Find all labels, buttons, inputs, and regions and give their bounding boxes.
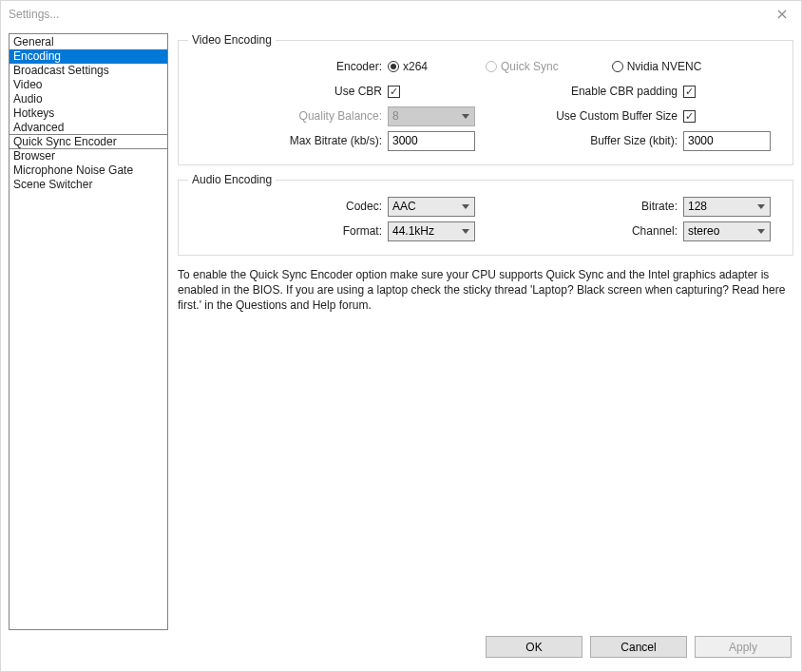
sidebar-item-scene-switcher[interactable]: Scene Switcher [10, 178, 167, 192]
max-bitrate-input[interactable] [388, 131, 475, 151]
sidebar-item-audio[interactable]: Audio [10, 92, 167, 106]
encoder-radio-nvenc[interactable]: Nvidia NVENC [612, 60, 702, 73]
content-area: GeneralEncodingBroadcast SettingsVideoAu… [1, 28, 801, 630]
info-text: To enable the Quick Sync Encoder option … [178, 267, 793, 314]
audio-encoding-group: Audio Encoding Codec: Bitrate: F [178, 173, 793, 256]
radio-icon [388, 61, 399, 72]
encoder-row: Encoder: x264 Quick Sync Nvidia NVENC [188, 54, 783, 79]
cancel-button[interactable]: Cancel [590, 636, 687, 658]
audio-bitrate-label: Bitrate: [486, 200, 683, 213]
window-title: Settings... [9, 8, 771, 21]
close-button[interactable] [771, 3, 793, 26]
channel-label: Channel: [486, 224, 683, 238]
channel-select[interactable] [683, 221, 771, 241]
sidebar-item-hotkeys[interactable]: Hotkeys [10, 106, 167, 121]
use-custom-buffer-label: Use Custom Buffer Size [486, 109, 683, 123]
format-select[interactable] [388, 221, 475, 241]
use-custom-buffer-checkbox[interactable]: ✓ [683, 110, 696, 123]
quality-balance-label: Quality Balance: [188, 109, 388, 123]
use-cbr-checkbox[interactable]: ✓ [388, 86, 400, 98]
sidebar-item-video[interactable]: Video [10, 78, 167, 92]
codec-label: Codec: [188, 200, 388, 213]
ok-button[interactable]: OK [486, 636, 582, 658]
sidebar-item-microphone-noise-gate[interactable]: Microphone Noise Gate [10, 163, 167, 178]
buffer-size-input[interactable] [683, 131, 771, 151]
titlebar: Settings... [1, 1, 801, 28]
enable-cbr-padding-checkbox[interactable]: ✓ [683, 86, 696, 98]
max-bitrate-label: Max Bitrate (kb/s): [188, 134, 388, 147]
enable-cbr-padding-label: Enable CBR padding [486, 85, 683, 98]
dialog-button-bar: OK Cancel Apply [1, 630, 801, 667]
sidebar-item-broadcast-settings[interactable]: Broadcast Settings [10, 64, 167, 78]
encoder-label: Encoder: [188, 60, 388, 73]
sidebar-item-quick-sync-encoder[interactable]: Quick Sync Encoder [10, 135, 167, 149]
audio-bitrate-select[interactable] [683, 197, 771, 217]
encoder-radio-quicksync: Quick Sync [486, 60, 559, 73]
format-label: Format: [188, 224, 388, 238]
sidebar-item-browser[interactable]: Browser [10, 149, 167, 163]
radio-icon [612, 61, 623, 72]
audio-encoding-legend: Audio Encoding [188, 173, 276, 186]
category-sidebar[interactable]: GeneralEncodingBroadcast SettingsVideoAu… [9, 33, 168, 630]
sidebar-item-encoding[interactable]: Encoding [10, 49, 167, 64]
quality-balance-select [388, 106, 475, 126]
sidebar-item-advanced[interactable]: Advanced [10, 121, 167, 135]
encoder-radio-x264[interactable]: x264 [388, 60, 428, 73]
buffer-size-label: Buffer Size (kbit): [486, 134, 683, 147]
radio-icon [486, 61, 497, 72]
codec-select[interactable] [388, 197, 475, 217]
video-encoding-legend: Video Encoding [188, 33, 276, 47]
apply-button: Apply [695, 636, 792, 658]
use-cbr-label: Use CBR [188, 85, 388, 98]
sidebar-item-general[interactable]: General [10, 35, 167, 49]
settings-panel: Video Encoding Encoder: x264 Quick Sync [168, 33, 793, 630]
video-encoding-group: Video Encoding Encoder: x264 Quick Sync [178, 33, 793, 165]
